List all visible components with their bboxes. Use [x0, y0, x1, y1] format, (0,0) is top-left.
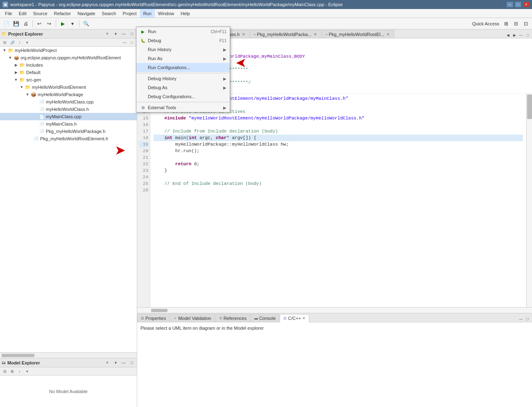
bottom-tab-references[interactable]: ⚙ References	[215, 314, 250, 322]
run-menu-debug-history[interactable]: Debug History ▶	[136, 74, 230, 83]
project-explorer-max-btn[interactable]: □	[129, 31, 135, 37]
model-toolbar-btn2[interactable]: ⊞	[9, 368, 16, 375]
tab-close-pkg2[interactable]: ✕	[386, 32, 391, 37]
tree-toggle-project[interactable]: ▼	[2, 47, 7, 53]
tree-item-mainclass-cpp[interactable]: 📄 myMainClass.cpp	[0, 113, 137, 120]
model-toolbar-btn3[interactable]: ↕	[16, 368, 23, 375]
tree-toggle-srcgen[interactable]: ▼	[13, 77, 19, 83]
toolbar-print-btn[interactable]: 🖨	[21, 19, 30, 28]
tree-max-btn[interactable]: □	[129, 39, 135, 46]
code-content[interactable]: #include "myHelloWorldRootElement/myHell…	[150, 94, 526, 307]
project-explorer-min-btn[interactable]: —	[120, 31, 127, 37]
menu-project[interactable]: Project	[119, 9, 140, 18]
tree-link-btn[interactable]: 🔗	[9, 39, 16, 46]
toolbar-view-btn[interactable]: ⊟	[512, 19, 521, 28]
tree-min-btn[interactable]: —	[121, 39, 128, 46]
toolbar-new-btn[interactable]: 📄	[2, 19, 11, 28]
menu-refactor[interactable]: Refactor	[51, 9, 75, 18]
tree-item-org[interactable]: ▼ 📦 org.eclipse.papyrus.cppgen.myHelloWo…	[0, 54, 137, 61]
bottom-content: Please select a UML item on diagram or i…	[137, 322, 532, 407]
model-max-btn[interactable]: □	[129, 360, 135, 366]
toolbar-papyrus-btn[interactable]: ⊡	[521, 19, 530, 28]
run-history-arrow: ▶	[223, 47, 226, 52]
editor-tab-pkg1[interactable]: ▪ Pkg_myHelloWorldPacka... ✕	[250, 30, 321, 38]
menu-search[interactable]: Search	[99, 9, 120, 18]
run-menu-run[interactable]: ▶ Run Ctrl+F11	[136, 27, 230, 36]
tree-toggle-org[interactable]: ▼	[7, 55, 13, 61]
tree-label-rootpkg-h: Pkg_myHelloWorldRootElement.h	[40, 136, 108, 141]
tree-item-default[interactable]: ▶ 📁 Default	[0, 69, 137, 76]
tree-hscrollbar[interactable]	[0, 352, 137, 358]
toolbar-run-btn[interactable]: ▶	[58, 19, 67, 28]
tree-item-project[interactable]: ▼ 📁 myHelloWorldProject	[0, 47, 137, 54]
tree-toggle-root[interactable]: ▼	[19, 84, 25, 90]
tab-scroll-left[interactable]: ◀	[505, 32, 511, 38]
model-collapse-btn[interactable]: ×	[104, 360, 111, 366]
tree-label-mainclass-h: myMainClass.h	[46, 121, 77, 126]
cpp-tab-close[interactable]: ✕	[302, 316, 306, 320]
toolbar-undo-btn[interactable]: ↩	[35, 19, 44, 28]
tab-close-hwclass-h[interactable]: ✕	[241, 32, 246, 37]
model-empty-label: No Model Available	[49, 389, 88, 394]
close-button[interactable]: ✕	[523, 2, 530, 7]
run-dropdown-menu[interactable]: ▶ Run Ctrl+F11 🐛 Debug F11 Run History ▶…	[136, 27, 230, 112]
editor-tab-pkg2[interactable]: ▪ Pkg_myHelloWorldRootEl... ✕	[322, 30, 394, 38]
run-menu-external-tools[interactable]: ⚙ External Tools ▶	[136, 103, 230, 112]
menu-help[interactable]: Help	[177, 9, 193, 18]
run-menu-debug-configs[interactable]: Debug Configurations...	[136, 92, 230, 101]
tree-collapse-all-btn[interactable]: ⊟	[2, 39, 8, 46]
tree-item-pkg-h[interactable]: 📄 Pkg_myHelloWorldPackage.h	[0, 128, 137, 135]
bottom-tab-cpp[interactable]: ⊡ C/C++ ✕	[280, 314, 309, 322]
tree-sync-btn[interactable]: ↕	[16, 39, 23, 46]
menu-edit[interactable]: Edit	[16, 9, 30, 18]
code-hscrollbar[interactable]	[137, 307, 532, 313]
tree-item-root[interactable]: ▼ 📁 myHelloWorldRootElement	[0, 83, 137, 91]
run-menu-debug[interactable]: 🐛 Debug F11	[136, 36, 230, 45]
run-menu-debug-as[interactable]: Debug As ▶	[136, 83, 230, 92]
model-toolbar-btn1[interactable]: ⊟	[2, 368, 8, 375]
tab-min[interactable]: —	[518, 32, 524, 38]
tab-max[interactable]: □	[525, 32, 530, 38]
tree-label-mainclass-cpp: myMainClass.cpp	[46, 114, 81, 119]
tree-item-hwclass-h[interactable]: 📄 myHelloWorldClass.h	[0, 106, 137, 113]
model-min-btn[interactable]: —	[120, 360, 127, 366]
toolbar-run-dropdown[interactable]: ▾	[68, 19, 77, 28]
toolbar-perspective-btn[interactable]: ⊞	[502, 19, 511, 28]
bottom-tab-model-validation[interactable]: ✓ Model Validation	[170, 314, 215, 322]
tab-scroll-right[interactable]: ▶	[512, 32, 517, 38]
menu-navigate[interactable]: Navigate	[74, 9, 98, 18]
project-explorer-menu-btn[interactable]: ▾	[112, 31, 119, 37]
project-explorer-collapse-btn[interactable]: ×	[104, 31, 111, 37]
tree-item-srcgen[interactable]: ▼ 📁 src-gen	[0, 76, 137, 83]
toolbar-search-btn[interactable]: 🔍	[81, 19, 91, 28]
tree-item-mainclass-h[interactable]: 📄 myMainClass.h	[0, 120, 137, 128]
bottom-tab-properties[interactable]: ⊟ Properties	[137, 314, 170, 322]
menu-window[interactable]: Window	[155, 9, 177, 18]
run-menu-run-history[interactable]: Run History ▶	[136, 45, 230, 54]
bottom-tab-min[interactable]: —	[518, 316, 524, 322]
run-menu-run-as[interactable]: Run As ▶	[136, 54, 230, 63]
tree-item-hwclass-cpp[interactable]: 📄 myHelloWorldClass.cpp	[0, 98, 137, 106]
tree-item-rootpkg-h[interactable]: 📄 Pkg_myHelloWorldRootElement.h	[0, 135, 137, 142]
maximize-button[interactable]: □	[515, 2, 521, 7]
toolbar-redo-btn[interactable]: ↪	[45, 19, 54, 28]
bottom-tab-controls: — □	[516, 316, 532, 322]
tree-toggle-default[interactable]: ▶	[13, 70, 19, 75]
tree-menu-btn[interactable]: ▾	[24, 39, 30, 46]
run-menu-run-configs[interactable]: Run Configurations...	[136, 63, 230, 72]
code-scrollbar-vertical[interactable]	[526, 94, 532, 307]
tab-close-pkg1[interactable]: ✕	[313, 32, 318, 37]
tree-item-pkg[interactable]: ▼ 📦 myHelloWorldPackage	[0, 91, 137, 98]
tree-toggle-pkg[interactable]: ▼	[25, 92, 30, 97]
minimize-button[interactable]: ─	[507, 2, 513, 7]
menu-run[interactable]: Run	[140, 9, 155, 18]
menu-file[interactable]: File	[2, 9, 16, 18]
toolbar-save-btn[interactable]: 💾	[11, 19, 20, 28]
menu-source[interactable]: Source	[30, 9, 51, 18]
tree-item-includes[interactable]: ▶ 📁 Includes	[0, 61, 137, 69]
model-toolbar-btn4[interactable]: ▾	[24, 368, 30, 375]
model-menu-btn[interactable]: ▾	[112, 360, 119, 366]
bottom-tab-console[interactable]: ▬ Console	[251, 314, 279, 322]
bottom-tab-max[interactable]: □	[525, 316, 530, 322]
tree-toggle-includes[interactable]: ▶	[13, 62, 19, 68]
